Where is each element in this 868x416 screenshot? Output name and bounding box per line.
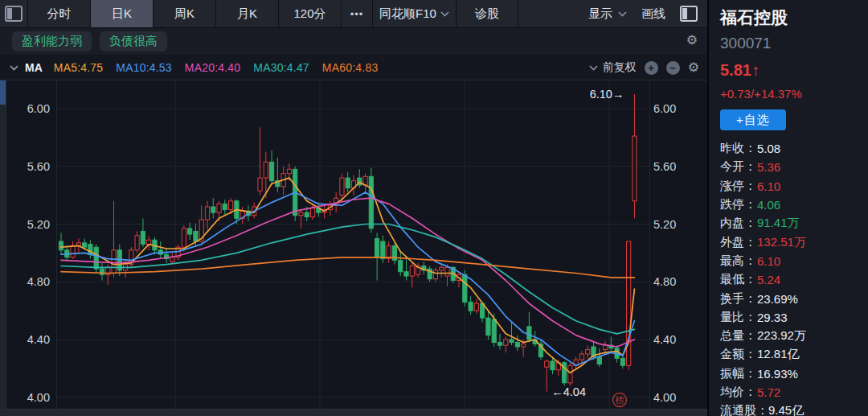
period-tabs: 分时日K周K月K120分•••同花顺F10诊股	[27, 0, 518, 27]
left-pane-handle[interactable]	[0, 80, 6, 409]
chart-toolbar: 分时日K周K月K120分•••同花顺F10诊股 显示 画线	[0, 0, 707, 28]
stock-app-window: 分时日K周K月K120分•••同花顺F10诊股 显示 画线 盈利能力弱负债很高 …	[0, 0, 868, 416]
diagnosis-tag[interactable]: 负债很高	[100, 31, 167, 51]
draw-line-button[interactable]: 画线	[641, 6, 665, 22]
chevron-down-icon	[589, 65, 598, 71]
y-tick-left: 5.60	[27, 160, 50, 173]
tab-label: 月K	[237, 6, 257, 22]
tab-月K[interactable]: 月K	[215, 0, 278, 27]
ma-group-label: MA	[25, 61, 43, 74]
tab-label: 周K	[174, 6, 194, 22]
chevron-down-icon	[440, 11, 449, 17]
stat-row-均价: 均价：5.72	[720, 383, 863, 402]
panel-right-toggle-button[interactable]	[680, 6, 698, 22]
stat-value: 91.41万	[757, 216, 800, 231]
stat-label: 总量：	[720, 328, 757, 344]
stat-value: 223.92万	[757, 328, 806, 344]
y-tick-left: 5.20	[27, 218, 50, 231]
tab-label: 同花顺F10	[379, 6, 436, 22]
stat-value: 132.51万	[757, 235, 806, 250]
stat-label: 流通股：	[720, 403, 768, 416]
left-pane-handle-highlight	[0, 80, 6, 105]
tab-more[interactable]: •••	[341, 0, 372, 27]
ma-legend-item: MA30:4.47	[253, 61, 309, 74]
stat-row-最高: 最高：6.10	[720, 252, 863, 270]
stat-value: 16.93%	[757, 367, 798, 381]
rank-stamp-text: 榜	[616, 395, 624, 405]
stat-value: 5.24	[757, 273, 780, 286]
tab-日K[interactable]: 日K	[90, 0, 153, 27]
stat-row-跌停: 跌停：4.06	[720, 196, 863, 214]
stat-label: 金额：	[720, 347, 757, 362]
ma-collapse-chevron-icon[interactable]	[10, 65, 18, 71]
add-favorite-button[interactable]: +自选	[720, 109, 786, 130]
tab-同花顺F10[interactable]: 同花顺F10	[372, 0, 456, 27]
y-tick-right: 5.20	[653, 218, 676, 231]
tab-诊股[interactable]: 诊股	[456, 0, 518, 27]
tab-label: •••	[350, 8, 364, 20]
y-tick-left: 4.00	[27, 391, 50, 404]
stat-value: 6.10	[757, 179, 780, 193]
ma-values-group: MA5:4.75MA10:4.53MA20:4.40MA30:4.47MA60:…	[54, 61, 391, 74]
adjust-mode-label: 前复权	[603, 60, 637, 75]
horizontal-scrollbar[interactable]	[0, 409, 707, 416]
panel-left-toggle-button[interactable]	[0, 0, 27, 27]
stat-label: 换手：	[720, 291, 757, 307]
y-tick-right: 4.00	[653, 391, 676, 404]
stat-value: 5.36	[757, 160, 780, 174]
diagnosis-tags-row: 盈利能力弱负债很高 ⚙	[0, 28, 707, 56]
display-dropdown[interactable]: 显示	[588, 6, 627, 22]
price-annotation: 6.10→	[590, 88, 624, 101]
ma-line-MA5	[61, 178, 634, 373]
stat-row-昨收: 昨收：5.08	[720, 139, 863, 158]
stock-code: 300071	[720, 35, 863, 52]
stat-row-振幅: 振幅：16.93%	[720, 365, 863, 383]
stat-value: 5.72	[757, 385, 780, 399]
kline-chart-canvas[interactable]: 6.006.005.605.605.205.204.804.804.404.40…	[0, 80, 707, 409]
stat-row-换手: 换手：23.69%	[720, 289, 863, 307]
price-change: +0.73/+14.37%	[720, 87, 863, 101]
tab-label: 120分	[293, 6, 326, 22]
indicator-settings-gear-icon[interactable]: ⚙	[688, 61, 699, 74]
toolbar-right-group: 显示 画线	[588, 0, 707, 27]
stock-name: 福石控股	[720, 6, 863, 29]
current-price: 5.81↑	[720, 61, 863, 80]
stat-row-量比: 量比：29.33	[720, 308, 863, 327]
stat-value: 29.33	[757, 311, 788, 324]
tab-分时[interactable]: 分时	[27, 0, 90, 27]
zoom-in-button[interactable]: +	[645, 61, 658, 75]
kline-chart-area[interactable]: 6.006.005.605.605.205.204.804.804.404.40…	[0, 80, 707, 409]
quote-stats-list: 昨收：5.08今开：5.36涨停：6.10跌停：4.06内盘：91.41万外盘：…	[720, 139, 863, 416]
adjust-mode-dropdown[interactable]: 前复权	[589, 60, 637, 75]
stat-label: 外盘：	[720, 235, 757, 250]
ma-row-right-group: 前复权 + − ⚙	[589, 60, 699, 75]
settings-gear-icon[interactable]: ⚙	[686, 34, 698, 47]
ma-indicator-row: MA MA5:4.75MA10:4.53MA20:4.40MA30:4.47MA…	[0, 56, 707, 80]
diagnosis-tag[interactable]: 盈利能力弱	[12, 31, 92, 51]
y-tick-right: 4.80	[653, 275, 676, 288]
stat-row-今开: 今开：5.36	[720, 158, 863, 176]
y-tick-left: 6.00	[27, 102, 50, 115]
stat-row-最低: 最低：5.24	[720, 270, 863, 289]
quote-side-panel: 福石控股 300071 5.81↑ +0.73/+14.37% +自选 昨收：5…	[707, 0, 868, 416]
stat-label: 均价：	[720, 385, 757, 400]
stat-row-涨停: 涨停：6.10	[720, 177, 863, 196]
y-tick-right: 6.00	[653, 102, 676, 115]
stat-label: 内盘：	[720, 216, 757, 231]
stat-label: 涨停：	[720, 179, 757, 194]
stat-row-外盘: 外盘：132.51万	[720, 233, 863, 251]
tab-label: 诊股	[475, 6, 499, 22]
stat-row-流通股: 流通股：9.45亿	[720, 402, 863, 416]
stat-label: 跌停：	[720, 197, 757, 212]
tab-周K[interactable]: 周K	[153, 0, 215, 27]
tab-label: 分时	[47, 6, 72, 22]
price-annotation: ←4.04	[551, 385, 586, 398]
zoom-out-button[interactable]: −	[666, 61, 680, 75]
stat-label: 振幅：	[720, 366, 757, 381]
stat-row-内盘: 内盘：91.41万	[720, 214, 863, 233]
stat-value: 12.81亿	[757, 347, 800, 362]
tab-120分[interactable]: 120分	[278, 0, 341, 27]
stat-label: 最高：	[720, 253, 757, 269]
panel-left-icon	[5, 6, 23, 22]
stat-label: 量比：	[720, 310, 757, 325]
